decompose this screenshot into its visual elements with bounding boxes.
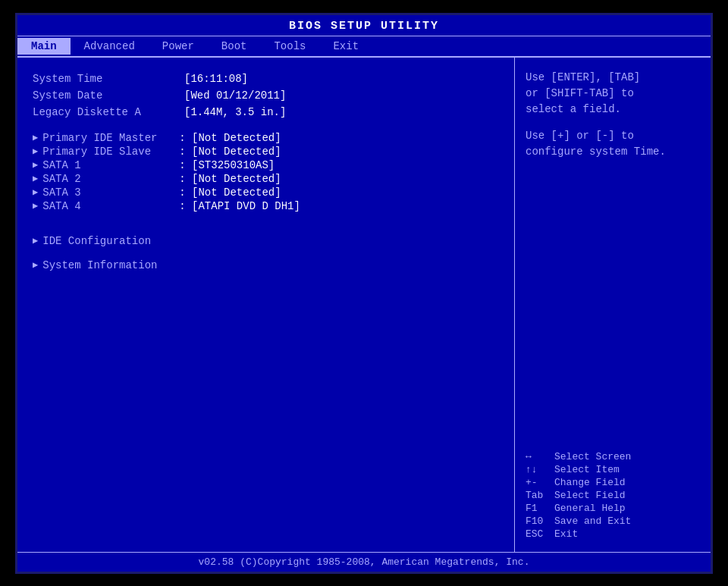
arrow-item[interactable]: ▶Primary IDE Master: [Not Detected] <box>33 132 499 144</box>
arrow-label: SATA 1 <box>42 159 179 171</box>
keybind-desc: Save and Exit <box>554 515 631 527</box>
arrow-value: : [ST3250310AS] <box>179 159 275 171</box>
field-row: System Date[Wed 01/12/2011] <box>33 88 499 103</box>
footer: v02.58 (C)Copyright 1985-2008, American … <box>17 552 711 572</box>
arrow-icon: ▶ <box>33 259 38 271</box>
arrow-icon: ▶ <box>33 159 38 171</box>
arrow-item[interactable]: ▶SATA 2: [Not Detected] <box>33 173 499 185</box>
menu-bar: MainAdvancedPowerBootToolsExit <box>17 36 711 57</box>
keybind-row: F1General Help <box>526 503 700 514</box>
menu-item-advanced[interactable]: Advanced <box>71 38 149 55</box>
field-value: [16:11:08] <box>184 71 248 86</box>
keybind-key: ↔ <box>526 451 554 462</box>
help-line5: Use [+] or [-] to <box>526 128 700 144</box>
right-panel: Use [ENTER], [TAB] or [SHIFT-TAB] to sel… <box>515 58 711 552</box>
keybind-key: +- <box>526 477 554 488</box>
arrow-value: : [ATAPI DVD D DH1] <box>179 200 300 212</box>
field-value: [Wed 01/12/2011] <box>184 88 286 103</box>
field-label: System Time <box>33 71 184 86</box>
bios-title: BIOS SETUP UTILITY <box>289 20 439 33</box>
keybind-section: ↔Select Screen↑↓Select Item+-Change Fiel… <box>526 451 700 540</box>
keybind-key: ↑↓ <box>526 464 554 475</box>
arrow-value: : [Not Detected] <box>179 146 281 158</box>
arrow-label: Primary IDE Master <box>42 132 179 144</box>
keybind-key: ESC <box>526 528 554 540</box>
field-row: System Time[16:11:08] <box>33 71 499 86</box>
arrow-value: : [Not Detected] <box>179 186 281 199</box>
arrow-label: Primary IDE Slave <box>42 146 179 158</box>
keybind-desc: Select Field <box>554 490 626 501</box>
help-line6: configure system Time. <box>526 144 700 160</box>
keybind-desc: Change Field <box>554 477 626 488</box>
arrow-icon: ▶ <box>33 173 38 184</box>
help-line3: select a field. <box>526 102 700 118</box>
menu-item-power[interactable]: Power <box>149 38 208 55</box>
sub-item-label: System Information <box>42 259 179 271</box>
help-line1: Use [ENTER], [TAB] <box>526 70 700 86</box>
main-content: System Time[16:11:08]System Date[Wed 01/… <box>17 57 711 552</box>
sub-item[interactable]: ▶IDE Configuration <box>33 235 499 247</box>
bios-screen: BIOS SETUP UTILITY MainAdvancedPowerBoot… <box>15 13 713 574</box>
menu-item-exit[interactable]: Exit <box>319 38 372 55</box>
arrow-label: SATA 2 <box>42 173 179 185</box>
keybind-row: TabSelect Field <box>526 490 700 501</box>
footer-text: v02.58 (C)Copyright 1985-2008, American … <box>199 556 530 568</box>
arrow-label: SATA 4 <box>42 200 179 212</box>
sub-item[interactable]: ▶System Information <box>33 259 499 271</box>
title-bar: BIOS SETUP UTILITY <box>17 15 711 36</box>
arrow-item[interactable]: ▶SATA 4: [ATAPI DVD D DH1] <box>33 200 499 212</box>
keybind-desc: Select Item <box>554 464 620 475</box>
arrow-icon: ▶ <box>33 200 38 212</box>
arrow-icon: ▶ <box>33 186 38 198</box>
help-text: Use [ENTER], [TAB] or [SHIFT-TAB] to sel… <box>526 70 700 160</box>
keybind-desc: Exit <box>554 528 578 540</box>
keybind-key: F1 <box>526 503 554 514</box>
sub-item-label: IDE Configuration <box>42 235 179 247</box>
left-panel: System Time[16:11:08]System Date[Wed 01/… <box>17 58 515 552</box>
menu-item-main[interactable]: Main <box>17 38 71 55</box>
keybind-row: ↔Select Screen <box>526 451 700 462</box>
arrow-item[interactable]: ▶SATA 3: [Not Detected] <box>33 186 499 199</box>
keybind-row: F10Save and Exit <box>526 515 700 527</box>
arrow-item[interactable]: ▶Primary IDE Slave: [Not Detected] <box>33 146 499 158</box>
keybind-row: +-Change Field <box>526 477 700 488</box>
field-label: System Date <box>33 88 184 103</box>
keybind-row: ↑↓Select Item <box>526 464 700 475</box>
menu-item-tools[interactable]: Tools <box>260 38 319 55</box>
field-label: Legacy Diskette A <box>33 105 184 120</box>
keybind-key: Tab <box>526 490 554 501</box>
menu-item-boot[interactable]: Boot <box>208 38 261 55</box>
keybind-desc: General Help <box>554 503 626 514</box>
arrow-icon: ▶ <box>33 146 38 157</box>
keybind-desc: Select Screen <box>554 451 631 462</box>
arrow-label: SATA 3 <box>42 186 179 199</box>
field-row: Legacy Diskette A[1.44M, 3.5 in.] <box>33 105 499 120</box>
arrow-value: : [Not Detected] <box>179 132 281 144</box>
arrow-icon: ▶ <box>33 235 38 246</box>
keybind-key: F10 <box>526 515 554 527</box>
arrow-icon: ▶ <box>33 132 38 143</box>
field-value: [1.44M, 3.5 in.] <box>184 105 286 120</box>
keybind-row: ESCExit <box>526 528 700 540</box>
arrow-item[interactable]: ▶SATA 1: [ST3250310AS] <box>33 159 499 171</box>
help-line2: or [SHIFT-TAB] to <box>526 86 700 102</box>
arrow-value: : [Not Detected] <box>179 173 281 185</box>
